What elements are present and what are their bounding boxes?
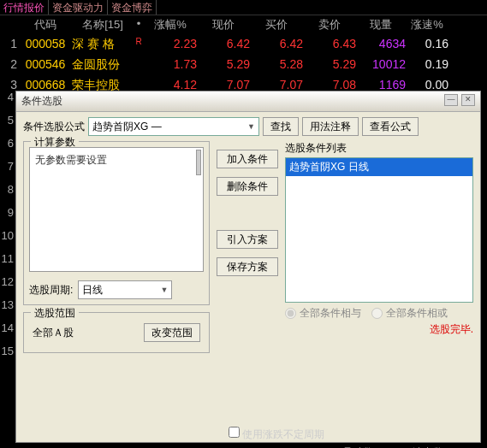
tab-capital-drive[interactable]: 资金驱动力 [49,0,108,15]
list-item[interactable]: 趋势首阴XG 日线 [286,158,472,176]
tab-capital-game[interactable]: 资金博弈 [108,0,157,15]
close-icon[interactable]: ✕ [461,94,475,106]
col-buy[interactable]: 买价 [250,17,303,32]
chevron-down-icon: ▼ [160,286,168,294]
col-speed[interactable]: 涨速% [406,17,454,32]
col-volume[interactable]: 现量 [356,17,406,32]
view-formula-button[interactable]: 查看公式 [362,117,419,136]
period-label: 选股周期: [29,283,73,298]
col-name[interactable]: 名称[15] [72,17,134,32]
tab-quotes[interactable]: 行情报价 [0,0,49,15]
top-tabs: 行情报价 资金驱动力 资金博弈 [0,0,487,15]
save-scheme-button[interactable]: 保存方案 [217,257,278,276]
add-condition-button[interactable]: 加入条件 [217,150,278,168]
delete-condition-button[interactable]: 删除条件 [217,177,278,196]
col-code[interactable]: 代码 [19,17,72,32]
table-row[interactable]: 1 000058 深 赛 格 R 2.23 6.42 6.42 6.43 463… [0,34,487,55]
period-select[interactable]: 日线 ▼ [78,280,172,299]
range-fieldset: 选股范围 全部Ａ股 改变范围 [23,312,210,353]
chevron-down-icon: ▼ [247,122,255,131]
col-dot: • [134,17,144,32]
conditions-listbox[interactable]: 趋势首阴XG 日线 [285,157,473,303]
chk-undef-period[interactable]: 使用涨跌不定周期 [229,427,324,442]
range-value: 全部Ａ股 [33,326,74,340]
formula-select[interactable]: 趋势首阴XG — ▼ [88,117,259,136]
radio-or[interactable]: 全部条件相或 [371,306,448,321]
condition-stock-dialog: 条件选股 — ✕ 条件选股公式 趋势首阴XG — ▼ 查找 用法注释 查看公式 … [15,91,481,443]
change-range-button[interactable]: 改变范围 [144,323,200,342]
params-box: 无参数需要设置 [29,147,204,272]
stock-table: 代码 名称[15] • 涨幅% 现价 买价 卖价 现量 涨速% 1 000058… [0,15,487,96]
params-fieldset: 计算参数 无参数需要设置 选股周期: 日线 ▼ [23,141,210,305]
col-price[interactable]: 现价 [197,17,250,32]
done-status: 选股完毕. [285,322,473,337]
usage-button[interactable]: 用法注释 [302,117,359,136]
table-header: 代码 名称[15] • 涨幅% 现价 买价 卖价 现量 涨速% [0,15,487,34]
import-scheme-button[interactable]: 引入方案 [217,230,278,249]
scrollbar-thumb[interactable] [196,150,201,175]
dialog-titlebar[interactable]: 条件选股 — ✕ [16,91,480,112]
search-button[interactable]: 查找 [263,117,299,136]
row-index-gutter: 456 789 101112 131415 [0,91,15,368]
formula-label: 条件选股公式 [23,120,85,134]
col-change[interactable]: 涨幅% [144,17,197,32]
conditions-list-label: 选股条件列表 [285,141,473,156]
dialog-title: 条件选股 [21,94,62,109]
col-sell[interactable]: 卖价 [303,17,356,32]
minimize-icon[interactable]: — [444,94,458,106]
table-row[interactable]: 2 000546 金圆股份 1.73 5.29 5.28 5.29 10012 … [0,55,487,75]
radio-and[interactable]: 全部条件相与 [285,306,361,321]
